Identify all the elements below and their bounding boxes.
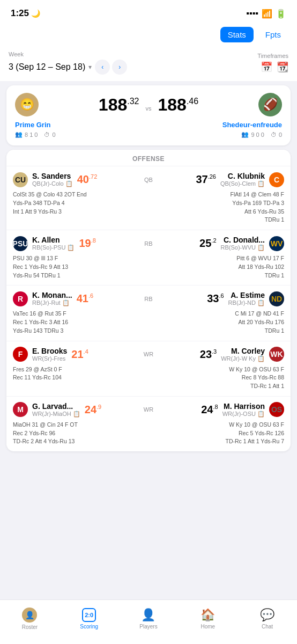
status-time: 1:25	[11, 8, 29, 19]
player-left-4: M G. Larvad... WR(Jr)-MiaOH 📋 24.9	[13, 402, 139, 418]
right-player-pos-1: RB(So)-WVU 📋	[221, 244, 265, 251]
left-player-info-3: E. Brooks WR(Sr)-Fres	[32, 347, 67, 362]
player-right-4: 24.8 M. Harrison WR(Jr)-OSU 📋 OS	[158, 402, 284, 418]
player-row-1: PSU K. Allen RB(So)-PSU 📋 19.8 RB 25.2 C…	[6, 230, 291, 286]
tab-chat-label: Chat	[262, 624, 273, 630]
week-dropdown-icon[interactable]: ▾	[88, 63, 92, 71]
right-team-name: Shedeur-enfreude	[222, 121, 282, 129]
home-icon: 🏠	[201, 608, 215, 622]
right-game-stats-1: Pitt 6 @ WVU 17 F Att 18 Yds-Ru 102 TDRu…	[148, 254, 284, 280]
right-record-icon: 👥	[241, 131, 249, 138]
right-player-score-3: 23.3	[200, 348, 217, 361]
left-game-stats-3: Fres 29 @ AzSt 0 F Rec 11 Yds-Rc 104	[13, 365, 148, 391]
scores-center: 188.32 vs 188.46	[39, 95, 258, 115]
left-clock: 0	[52, 131, 55, 138]
right-clock: 0	[279, 131, 282, 138]
right-player-info-3: M. Corley WR(Jr)-W Ky 📋	[221, 347, 265, 362]
game-stats-row-2: VaTec 16 @ Rut 35 F Rec 1 Yds-Rc 3 Att 1…	[13, 310, 284, 335]
left-game-stats-1: PSU 30 @ Ill 13 F Rec 1 Yds-Rc 9 Att 13 …	[13, 254, 148, 280]
right-game-stats-4: W Ky 10 @ OSU 63 F Rec 5 Yds-Rc 126 TD-R…	[148, 421, 284, 446]
calendar-icon-1[interactable]: 📅	[261, 61, 272, 73]
right-logo-2: ND	[269, 291, 284, 306]
right-player-name-1: C. Donald...	[221, 236, 265, 244]
right-logo-4: OS	[269, 402, 284, 417]
week-value: 3 (Sep 12 – Sep 18)	[9, 62, 85, 72]
left-player-pos-4: WR(Jr)-MiaOH 📋	[32, 411, 80, 418]
left-game-stats-0: ColSt 35 @ Colo 43 2OT End Yds-Pa 348 TD…	[13, 191, 148, 224]
left-player-pos-3: WR(Sr)-Fres	[32, 355, 67, 362]
tab-players-label: Players	[139, 624, 157, 630]
stats-button[interactable]: Stats	[220, 27, 254, 42]
right-player-name-4: M. Harrison	[222, 402, 265, 411]
game-stats-row-0: ColSt 35 @ Colo 43 2OT End Yds-Pa 348 TD…	[13, 191, 284, 224]
battery-icon: 🔋	[276, 9, 286, 19]
right-logo-3: WK	[269, 347, 284, 362]
left-player-name-3: E. Brooks	[32, 347, 67, 355]
player-row-0: CU S. Sanders QB(Jr)-Colo 📋 40.72 QB 37.…	[6, 166, 291, 230]
week-label: Week	[9, 51, 127, 57]
left-player-name-1: K. Allen	[32, 236, 75, 244]
left-game-stats-2: VaTec 16 @ Rut 35 F Rec 1 Yds-Rc 3 Att 1…	[13, 310, 148, 335]
next-week-button[interactable]: ›	[112, 60, 127, 75]
moon-icon: 🌙	[31, 9, 40, 18]
left-record: 8 1 0	[25, 131, 38, 138]
right-player-score-0: 37.26	[196, 173, 216, 186]
left-team-avatar: 😁	[15, 93, 39, 116]
status-icons: ▪▪▪▪ 📶 🔋	[246, 9, 286, 19]
right-player-score-4: 24.8	[201, 404, 218, 416]
offense-section: OFFENSE CU S. Sanders QB(Jr)-Colo 📋 40.7…	[6, 150, 291, 451]
left-player-pos-2: RB(Jr)-Rut 📋	[32, 299, 72, 306]
right-player-name-2: A. Estime	[228, 291, 265, 299]
position-badge-0: QB	[140, 177, 157, 183]
right-logo-1: WV	[269, 236, 284, 251]
left-logo-0: CU	[13, 172, 28, 187]
offense-header: OFFENSE	[6, 150, 291, 166]
tab-home-label: Home	[201, 624, 215, 630]
roster-avatar-icon: 👤	[22, 608, 37, 623]
left-player-score-1: 19.8	[79, 237, 95, 250]
left-team-name: Prime Grin	[15, 121, 50, 129]
right-game-stats-2: C Mi 17 @ ND 41 F Att 20 Yds-Ru 176 TDRu…	[148, 310, 284, 335]
right-logo-0: C	[269, 172, 284, 187]
left-player-info-4: G. Larvad... WR(Jr)-MiaOH 📋	[32, 402, 80, 418]
tab-players[interactable]: 👤 Players	[119, 608, 179, 630]
player-left-1: PSU K. Allen RB(So)-PSU 📋 19.8	[13, 236, 140, 251]
calendar-icon-2[interactable]: 📆	[277, 61, 288, 73]
position-badge-4: WR	[139, 406, 158, 413]
fpts-button[interactable]: Fpts	[258, 27, 288, 42]
player-row-3: F E. Brooks WR(Sr)-Fres 21.4 WR 23.3 M. …	[6, 341, 291, 397]
left-game-stats-4: MiaOH 31 @ Cin 24 F OT Rec 2 Yds-Rc 96 T…	[13, 421, 148, 446]
player-left-2: R K. Monan... RB(Jr)-Rut 📋 41.6	[13, 291, 140, 306]
tab-home[interactable]: 🏠 Home	[178, 608, 237, 630]
left-player-info-0: S. Sanders QB(Jr)-Colo 📋	[32, 172, 73, 187]
right-player-info-0: C. Klubnik QB(So)-Clem 📋	[220, 172, 265, 187]
left-player-name-0: S. Sanders	[32, 172, 73, 180]
player-row-2: R K. Monan... RB(Jr)-Rut 📋 41.6 RB 33.6 …	[6, 286, 291, 341]
tab-scoring[interactable]: 2:0 Scoring	[60, 608, 119, 630]
timeframes-label: Timeframes	[257, 53, 288, 59]
right-player-pos-0: QB(So)-Clem 📋	[220, 180, 265, 187]
player-right-1: 25.2 C. Donald... RB(So)-WVU 📋 WV	[157, 236, 284, 251]
tab-chat[interactable]: 💬 Chat	[237, 608, 297, 630]
week-selector: Week 3 (Sep 12 – Sep 18) ▾ ‹ › Timeframe…	[0, 47, 297, 81]
left-score: 188.32	[99, 95, 139, 115]
left-player-pos-1: RB(So)-PSU 📋	[32, 244, 75, 251]
left-player-score-4: 24.9	[85, 404, 101, 416]
right-player-name-3: M. Corley	[221, 347, 265, 355]
left-record-icon: 👥	[15, 131, 23, 138]
player-right-3: 23.3 M. Corley WR(Jr)-W Ky 📋 WK	[158, 347, 284, 362]
prev-week-button[interactable]: ‹	[95, 60, 110, 75]
player-row-4: M G. Larvad... WR(Jr)-MiaOH 📋 24.9 WR 24…	[6, 397, 291, 451]
right-game-stats-0: FlAtl 14 @ Clem 48 F Yds-Pa 169 TD-Pa 3 …	[148, 191, 284, 224]
right-game-stats-3: W Ky 10 @ OSU 63 F Rec 8 Yds-Rc 88 TD-Rc…	[148, 365, 284, 391]
left-player-score-2: 41.6	[77, 292, 93, 305]
left-player-info-2: K. Monan... RB(Jr)-Rut 📋	[32, 291, 72, 306]
right-player-pos-3: WR(Jr)-W Ky 📋	[221, 355, 265, 362]
players-icon: 👤	[141, 608, 155, 622]
tab-roster[interactable]: 👤 Roster	[0, 608, 60, 630]
game-stats-row-3: Fres 29 @ AzSt 0 F Rec 11 Yds-Rc 104 W K…	[13, 365, 284, 391]
tab-roster-label: Roster	[22, 624, 38, 630]
left-player-name-4: G. Larvad...	[32, 402, 80, 411]
stats-toggle: Stats Fpts	[0, 24, 297, 47]
position-badge-3: WR	[139, 351, 158, 357]
